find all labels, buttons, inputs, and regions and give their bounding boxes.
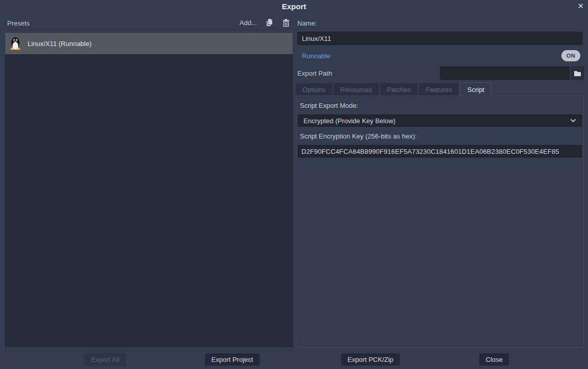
export-all-button[interactable]: Export All xyxy=(85,354,125,365)
name-input[interactable] xyxy=(297,32,582,45)
tab-features[interactable]: Features xyxy=(419,83,459,96)
delete-preset-icon[interactable] xyxy=(281,18,291,28)
folder-icon xyxy=(574,70,581,77)
export-path-label: Export Path xyxy=(297,70,332,77)
export-pck-zip-button[interactable]: Export PCK/Zip xyxy=(341,354,400,365)
script-export-mode-value: Encrypted (Provide Key Below) xyxy=(303,117,396,125)
export-tabs: Options Resources Patches Features Scrip… xyxy=(296,83,491,96)
encryption-key-label: Script Encryption Key (256-bits as hex): xyxy=(300,132,417,140)
preset-item-linux-x11[interactable]: Linux/X11 (Runnable) xyxy=(5,33,293,54)
preset-list[interactable]: Linux/X11 (Runnable) xyxy=(4,32,294,348)
linux-tux-icon xyxy=(10,37,21,50)
script-export-mode-select[interactable]: Encrypted (Provide Key Below) xyxy=(298,114,582,127)
browse-export-path-button[interactable] xyxy=(571,66,584,80)
chevron-down-icon xyxy=(570,119,576,123)
close-button[interactable]: Close xyxy=(480,354,509,365)
tab-options[interactable]: Options xyxy=(296,83,332,96)
runnable-label[interactable]: Runnable xyxy=(302,52,331,60)
runnable-toggle[interactable]: ON xyxy=(561,50,580,61)
close-icon[interactable]: ✕ xyxy=(576,1,585,11)
duplicate-preset-icon[interactable] xyxy=(265,18,274,28)
dialog-title: Export xyxy=(0,2,588,11)
encryption-key-input[interactable] xyxy=(298,145,582,157)
add-preset-button[interactable]: Add... xyxy=(239,19,257,27)
name-label: Name: xyxy=(297,19,317,27)
export-project-button[interactable]: Export Project xyxy=(205,354,259,365)
tab-resources[interactable]: Resources xyxy=(334,83,379,96)
export-path-input[interactable] xyxy=(440,66,570,80)
script-export-mode-label: Script Export Mode: xyxy=(300,102,358,109)
presets-label: Presets xyxy=(7,19,30,27)
preset-item-label: Linux/X11 (Runnable) xyxy=(28,40,92,48)
tab-script[interactable]: Script xyxy=(460,82,491,96)
tab-patches[interactable]: Patches xyxy=(380,83,418,96)
